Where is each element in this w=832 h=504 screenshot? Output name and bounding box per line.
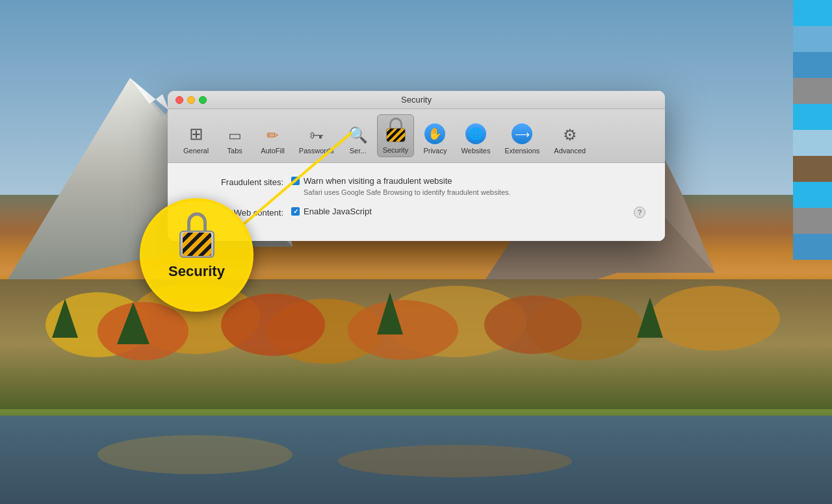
extensions-icon: ⟶ (512, 123, 532, 144)
callout-security-label: Security (168, 263, 225, 280)
toolbar-item-websites[interactable]: 🌐 Websites (456, 121, 495, 157)
websites-icon: 🌐 (465, 123, 486, 144)
fraudulent-sites-content: Warn when visiting a fraudulent website … (291, 176, 645, 196)
help-button[interactable]: ? (634, 207, 645, 218)
title-bar: Security (168, 91, 665, 109)
lock-body-icon (179, 231, 214, 258)
tabs-icon: ▭ (228, 127, 242, 144)
swatch-8 (793, 182, 832, 208)
safari-preferences-window: Security ⊞ General ▭ Tabs ✏ AutoFill 🗝 P… (168, 91, 665, 241)
swatch-2 (793, 26, 832, 52)
autofill-label: AutoFill (261, 147, 285, 155)
general-label: General (183, 147, 209, 155)
window-title: Security (401, 95, 432, 105)
swatch-6 (793, 130, 832, 156)
toolbar-item-search[interactable]: 🔍 Ser... (343, 123, 373, 157)
web-content-row: Web content: Enable JavaScript ? (187, 207, 645, 218)
javascript-checkbox-label: Enable JavaScript (304, 207, 372, 216)
swatch-7 (793, 156, 832, 182)
search-icon: 🔍 (348, 126, 368, 144)
privacy-label: Privacy (423, 147, 447, 155)
passwords-label: Passwords (299, 147, 334, 155)
fraudulent-sub-text: Safari uses Google Safe Browsing to iden… (304, 188, 645, 196)
toolbar-item-general[interactable]: ⊞ General (178, 121, 214, 157)
web-content-content: Enable JavaScript (291, 207, 645, 216)
tabs-label: Tabs (228, 147, 242, 155)
javascript-checkbox-row: Enable JavaScript (291, 207, 645, 216)
passwords-icon: 🗝 (309, 127, 324, 144)
swatch-3 (793, 52, 832, 78)
websites-label: Websites (461, 147, 490, 155)
advanced-label: Advanced (554, 147, 586, 155)
toolbar-item-security[interactable]: Security (377, 114, 415, 157)
color-swatches-panel (793, 0, 832, 260)
toolbar-item-extensions[interactable]: ⟶ Extensions (499, 121, 545, 157)
advanced-icon: ⚙ (563, 126, 577, 144)
toolbar-item-tabs[interactable]: ▭ Tabs (218, 125, 252, 157)
svg-point-17 (484, 296, 582, 354)
svg-point-23 (98, 435, 292, 474)
svg-point-13 (650, 286, 780, 351)
fraudulent-checkbox-row: Warn when visiting a fraudulent website (291, 176, 645, 186)
security-label: Security (383, 146, 409, 154)
lock-stripe (183, 233, 211, 256)
fraudulent-checkbox[interactable] (291, 177, 300, 185)
close-button[interactable] (176, 96, 183, 104)
swatch-10 (793, 234, 832, 260)
svg-point-24 (338, 445, 572, 477)
svg-point-15 (221, 294, 325, 356)
search-label: Ser... (350, 147, 367, 155)
minimize-button[interactable] (187, 96, 195, 104)
maximize-button[interactable] (199, 96, 207, 104)
fraudulent-checkbox-label: Warn when visiting a fraudulent website (304, 176, 452, 186)
mountain-landscape (0, 0, 832, 504)
window-controls (176, 96, 207, 104)
autofill-icon: ✏ (266, 127, 278, 144)
swatch-5 (793, 104, 832, 130)
swatch-4 (793, 78, 832, 104)
toolbar-item-privacy[interactable]: ✋ Privacy (418, 121, 452, 157)
extensions-label: Extensions (504, 147, 540, 155)
javascript-checkbox[interactable] (291, 207, 300, 216)
general-icon: ⊞ (189, 124, 203, 144)
security-callout-circle: Security (140, 198, 254, 312)
swatch-1 (793, 0, 832, 26)
toolbar-item-advanced[interactable]: ⚙ Advanced (549, 123, 591, 157)
toolbar-item-passwords[interactable]: 🗝 Passwords (294, 125, 339, 157)
privacy-icon: ✋ (424, 123, 445, 144)
svg-point-16 (348, 300, 458, 360)
fraudulent-sites-label: Fraudulent sites: (187, 176, 291, 187)
swatch-9 (793, 208, 832, 234)
fraudulent-sites-row: Fraudulent sites: Warn when visiting a f… (187, 176, 645, 196)
preferences-toolbar: ⊞ General ▭ Tabs ✏ AutoFill 🗝 Passwords … (168, 109, 665, 163)
toolbar-item-autofill[interactable]: ✏ AutoFill (255, 125, 290, 157)
lock-shackle-icon (187, 212, 207, 233)
